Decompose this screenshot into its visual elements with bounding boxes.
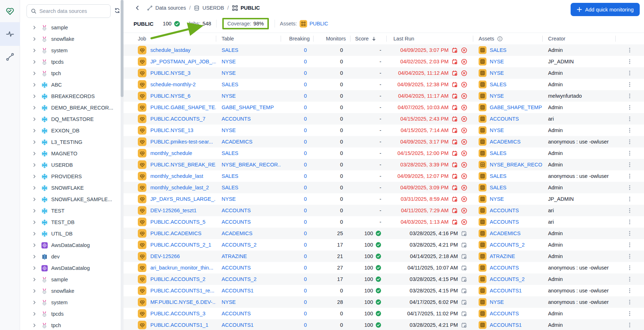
job-link[interactable]: ari_backrun_monitor_thin...: [150, 265, 213, 271]
sidebar-datasource-item[interactable]: TEST_DB: [20, 217, 121, 228]
breaking-count-link[interactable]: 0: [304, 93, 307, 99]
add-quick-monitoring-button[interactable]: Add quick monitoring: [571, 3, 640, 16]
table-row[interactable]: PUBLIC.NYSE_6 NYSE 0 0 - 04/04/2025, 11:…: [124, 90, 644, 102]
table-link[interactable]: ACCOUNTS: [222, 265, 251, 271]
asset-link[interactable]: ACCOUNTS: [490, 219, 519, 225]
sidebar-datasource-item[interactable]: tpcds: [20, 56, 121, 68]
job-link[interactable]: schedule_lastday: [150, 47, 190, 53]
kebab-menu-icon[interactable]: [627, 81, 633, 88]
breaking-count-link[interactable]: 0: [304, 265, 307, 271]
breaking-count-link[interactable]: 0: [304, 59, 307, 64]
breaking-count-link[interactable]: 0: [304, 116, 307, 122]
job-link[interactable]: JP_DAYS_RUNS_LARGE_...: [150, 196, 216, 202]
asset-link[interactable]: NYSE: [490, 299, 504, 305]
sidebar-datasource-item[interactable]: snowflake: [20, 285, 121, 297]
table-row[interactable]: PUBLIC.NYSE_BREAK_RE... NYSE_BREAK_RECOR…: [124, 159, 644, 170]
kebab-menu-icon[interactable]: [627, 150, 633, 156]
sidebar-datasource-item[interactable]: tpch: [20, 68, 121, 79]
asset-link[interactable]: SALES: [490, 185, 507, 190]
job-link[interactable]: DEV-125266_teszt1: [150, 208, 197, 213]
table-row[interactable]: MF.PUBLIC.NYSE_6.DEV-... NYSE 0 28 100 0…: [124, 296, 644, 308]
table-link[interactable]: NYSE: [222, 299, 236, 305]
kebab-menu-icon[interactable]: [627, 287, 633, 294]
table-link[interactable]: NYSE: [222, 127, 236, 133]
kebab-menu-icon[interactable]: [627, 265, 633, 271]
table-row[interactable]: PUBLIC.NYSE_3 NYSE 0 0 - 04/04/2025, 11:…: [124, 67, 644, 79]
asset-link[interactable]: SALES: [490, 47, 507, 53]
breaking-count-link[interactable]: 0: [304, 82, 307, 87]
breaking-count-link[interactable]: 0: [304, 299, 307, 305]
table-row[interactable]: monthly_schedule_last_2 SALES 0 0 - 04/0…: [124, 182, 644, 193]
breaking-count-link[interactable]: 0: [304, 276, 307, 282]
asset-link[interactable]: NYSE_BREAK_RECOR: [490, 162, 542, 168]
table-link[interactable]: ACCOUNTS: [222, 311, 251, 316]
kebab-menu-icon[interactable]: [627, 207, 633, 214]
breaking-count-link[interactable]: 0: [304, 253, 307, 259]
job-link[interactable]: PUBLIC.NYSE_13: [150, 127, 193, 133]
col-header-last-run[interactable]: Last Run: [386, 33, 473, 44]
job-link[interactable]: PUBLIC.NYSE_6: [150, 93, 190, 99]
table-row[interactable]: PUBLIC.ACCOUNTS_7 ACCOUNTS 0 0 - 04/15/2…: [124, 113, 644, 125]
job-link[interactable]: PUBLIC.ACCOUNTS_3: [150, 311, 205, 316]
table-link[interactable]: ACCOUNTS: [222, 208, 251, 213]
sidebar-datasource-item[interactable]: system: [20, 45, 121, 56]
kebab-menu-icon[interactable]: [627, 276, 633, 282]
sidebar-datasource-item[interactable]: DEMO_BREAK_RECOR...: [20, 102, 121, 113]
sidebar-scrollbar-thumb[interactable]: [121, 0, 124, 97]
job-link[interactable]: PUBLIC.ACADEMICS: [150, 230, 202, 236]
table-link[interactable]: NYSE_BREAK_RECOR...: [222, 162, 281, 168]
sidebar-scrollbar[interactable]: [121, 0, 124, 330]
breaking-count-link[interactable]: 0: [304, 219, 307, 225]
table-row[interactable]: PUBLIC.NYSE_13 NYSE 0 0 - 04/15/2025, 7:…: [124, 125, 644, 136]
breaking-count-link[interactable]: 0: [304, 127, 307, 133]
table-row[interactable]: PUBLIC.ACCOUNTS_2 ACCOUNTS_2 0 17 100 03…: [124, 273, 644, 285]
asset-link[interactable]: ACCOUNTS: [490, 116, 519, 122]
sidebar-datasource-item[interactable]: BREAKRECORDS: [20, 91, 121, 102]
table-link[interactable]: SALES: [222, 150, 238, 156]
sidebar-datasource-item[interactable]: UTIL_DB: [20, 228, 121, 239]
table-row[interactable]: JP_DAYS_RUNS_LARGE_... NYSE 0 0 - 03/31/…: [124, 193, 644, 205]
breaking-count-link[interactable]: 0: [304, 196, 307, 202]
kebab-menu-icon[interactable]: [627, 47, 633, 53]
kebab-menu-icon[interactable]: [627, 93, 633, 99]
sidebar-datasource-item[interactable]: dev: [20, 251, 121, 262]
table-link[interactable]: ACCOUNTS1: [222, 288, 253, 293]
asset-link[interactable]: ACADEMICS: [490, 230, 520, 236]
kebab-menu-icon[interactable]: [627, 219, 633, 225]
asset-link[interactable]: ACCOUNTS1: [490, 322, 522, 328]
job-link[interactable]: monthly_schedule_last: [150, 173, 203, 179]
asset-link[interactable]: SALES: [490, 150, 507, 156]
job-link[interactable]: PUBLIC.GABE_SHAPE_TE...: [150, 105, 216, 110]
sidebar-datasource-item[interactable]: sample: [20, 274, 121, 285]
job-link[interactable]: JP_POSTMAN_API_JOB_...: [150, 59, 216, 64]
table-link[interactable]: ATRAZINE: [222, 253, 247, 259]
breaking-count-link[interactable]: 0: [304, 322, 307, 328]
kebab-menu-icon[interactable]: [627, 242, 633, 248]
table-link[interactable]: ACADEMICS: [222, 139, 252, 145]
search-box[interactable]: [26, 4, 111, 18]
asset-link[interactable]: SALES: [490, 173, 507, 179]
kebab-menu-icon[interactable]: [627, 104, 633, 111]
kebab-menu-icon[interactable]: [627, 127, 633, 134]
asset-link[interactable]: ACCOUNTS_2: [490, 242, 525, 248]
table-link[interactable]: NYSE: [222, 70, 236, 76]
info-icon[interactable]: [497, 36, 503, 42]
table-row[interactable]: PUBLIC.ACCOUNTS_5 ACCOUNTS 0 0 - 04/03/2…: [124, 216, 644, 228]
job-link[interactable]: PUBLIC.ACCOUNTS_7: [150, 116, 205, 122]
breaking-count-link[interactable]: 0: [304, 311, 307, 316]
asset-link[interactable]: ACCOUNTS: [490, 208, 519, 213]
table-row[interactable]: monthly_schedule_last SALES 0 0 - 04/09/…: [124, 170, 644, 182]
breaking-count-link[interactable]: 0: [304, 70, 307, 76]
job-link[interactable]: PUBLIC.pmikes-test-sear...: [150, 139, 213, 145]
rail-item-monitoring[interactable]: [0, 22, 20, 46]
breadcrumb-userdb[interactable]: USERDB: [194, 5, 224, 11]
table-link[interactable]: NYSE: [222, 59, 236, 64]
table-link[interactable]: GABE_SHAPE_TEMP: [222, 105, 274, 110]
asset-link[interactable]: NYSE: [490, 196, 504, 202]
kebab-menu-icon[interactable]: [627, 310, 633, 317]
kebab-menu-icon[interactable]: [627, 230, 633, 237]
table-link[interactable]: NYSE: [222, 196, 236, 202]
search-input[interactable]: [39, 8, 106, 14]
breaking-count-link[interactable]: 0: [304, 242, 307, 248]
asset-link[interactable]: ACCOUNTS_2: [490, 276, 525, 282]
